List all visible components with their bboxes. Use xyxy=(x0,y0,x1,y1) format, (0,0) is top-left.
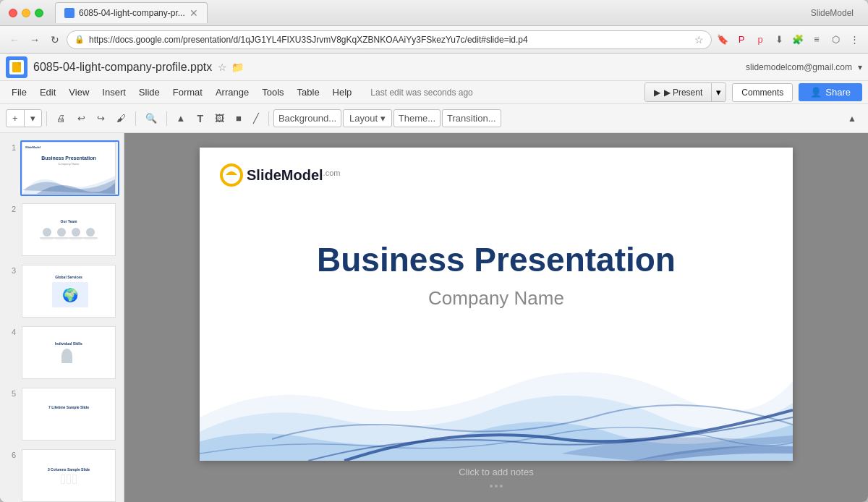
traffic-lights xyxy=(9,9,43,17)
collapse-toolbar-button[interactable]: ▲ xyxy=(842,111,862,127)
present-dropdown-button[interactable]: ▾ xyxy=(711,83,726,101)
user-email: slidemodelcom@gmail.com xyxy=(746,62,852,72)
notes-placeholder: Click to add notes xyxy=(459,467,533,477)
scroll-indicator xyxy=(490,485,503,488)
slide-number-5: 5 xyxy=(4,389,16,398)
star-icon[interactable]: ☆ xyxy=(694,34,704,46)
menu-format[interactable]: Format xyxy=(167,84,208,101)
slide-editor: SlideModel.com Business Presentation Com… xyxy=(124,133,868,502)
slide-thumbnail-1[interactable]: 1 SlideModel Business Presentation Compa… xyxy=(3,139,121,197)
shape-tool-button[interactable]: ■ xyxy=(231,109,247,127)
maximize-button[interactable] xyxy=(35,9,43,17)
comments-button[interactable]: Comments xyxy=(732,83,793,102)
add-slide-group: + ▾ xyxy=(6,109,42,127)
background-button[interactable]: Background... xyxy=(273,109,341,127)
slide-thumbnail-4[interactable]: 4 Individual Skills xyxy=(3,323,121,382)
menu-table[interactable]: Table xyxy=(292,84,326,101)
transition-button[interactable]: Transition... xyxy=(442,109,501,127)
tab-close-icon[interactable]: ✕ xyxy=(190,7,198,19)
logo-com-text: .com xyxy=(323,168,341,176)
theme-label: Theme... xyxy=(399,113,435,124)
slide-notes-area[interactable]: Click to add notes xyxy=(200,461,793,483)
menu-icon[interactable]: ⋮ xyxy=(846,32,862,48)
network-icon[interactable]: ⬡ xyxy=(827,32,843,48)
share-icon: 👤 xyxy=(810,87,822,98)
slide-thumb-canvas-4: Individual Skills xyxy=(20,325,119,380)
forward-button[interactable]: → xyxy=(26,31,43,48)
tab-title: 6085-04-light-company-pr... xyxy=(79,8,185,18)
undo-button[interactable]: ↩ xyxy=(72,109,90,127)
toolbar-separator-4 xyxy=(268,111,269,126)
print-button[interactable]: 🖨 xyxy=(51,109,71,127)
bookmark-icon[interactable]: 🔖 xyxy=(715,32,731,48)
line-tool-button[interactable]: ╱ xyxy=(248,109,264,127)
address-text: https://docs.google.com/presentation/d/1… xyxy=(89,35,690,45)
refresh-button[interactable]: ↻ xyxy=(46,31,64,48)
close-button[interactable] xyxy=(9,9,17,17)
minimize-button[interactable] xyxy=(22,9,30,17)
menu-file[interactable]: File xyxy=(6,84,33,101)
layers-icon[interactable]: ≡ xyxy=(809,32,825,48)
slide-number-4: 4 xyxy=(4,328,16,336)
tab-favicon xyxy=(64,8,75,18)
present-button[interactable]: ▶ ▶ Present xyxy=(645,84,712,101)
browser-tab[interactable]: 6085-04-light-company-pr... ✕ xyxy=(55,2,208,23)
menu-edit[interactable]: Edit xyxy=(34,84,61,101)
slides-panel: 1 SlideModel Business Presentation Compa… xyxy=(0,133,124,502)
menu-view[interactable]: View xyxy=(63,84,95,101)
menu-tools[interactable]: Tools xyxy=(256,84,289,101)
format-paint-button[interactable]: 🖌 xyxy=(111,109,131,127)
slide-thumb-canvas-1: SlideModel Business Presentation Company… xyxy=(20,140,119,196)
slide-thumb-canvas-3: Global Services 🌍 xyxy=(20,263,119,319)
menu-insert[interactable]: Insert xyxy=(96,84,132,101)
back-button[interactable]: ← xyxy=(6,31,23,48)
text-tool-button[interactable]: T xyxy=(192,109,208,128)
title-actions: ☆ 📁 xyxy=(218,61,244,73)
slide-thumbnail-6[interactable]: 6 3 Columns Sample Slide xyxy=(3,446,121,502)
menu-help[interactable]: Help xyxy=(327,84,358,101)
main-area: 1 SlideModel Business Presentation Compa… xyxy=(0,133,868,502)
download-icon[interactable]: ⬇ xyxy=(771,32,787,48)
browser-actions: 🔖 P p ⬇ 🧩 ≡ ⬡ ⋮ xyxy=(715,32,862,48)
logo-main-text: SlideModel xyxy=(247,167,323,183)
select-tool-button[interactable]: ▲ xyxy=(171,109,191,127)
share-button[interactable]: 👤 Share xyxy=(799,83,862,101)
app-name: SlideModel xyxy=(811,8,859,18)
slide-thumbnail-5[interactable]: 5 7 Lifetime Sample Slide xyxy=(3,385,121,443)
address-bar[interactable]: 🔒 https://docs.google.com/presentation/d… xyxy=(67,30,712,49)
theme-button[interactable]: Theme... xyxy=(393,109,441,127)
pocket-icon[interactable]: p xyxy=(752,32,768,48)
image-tool-button[interactable]: 🖼 xyxy=(210,109,229,127)
slide-thumbnail-3[interactable]: 3 Global Services 🌍 xyxy=(3,262,121,320)
menu-slide[interactable]: Slide xyxy=(133,84,166,101)
transition-label: Transition... xyxy=(447,113,495,124)
slide-thumb-canvas-5: 7 Lifetime Sample Slide xyxy=(20,386,119,442)
pinterest-icon[interactable]: P xyxy=(733,32,749,48)
user-area: slidemodelcom@gmail.com ▾ xyxy=(746,62,862,72)
wave-background xyxy=(200,251,793,461)
slide-thumbnail-2[interactable]: 2 Our Team xyxy=(3,200,121,259)
file-title: 6085-04-light-company-profile.pptx xyxy=(33,61,212,74)
toolbar-right: ▲ xyxy=(842,111,862,127)
slidemodel-logo-icon xyxy=(220,163,243,187)
google-slides-logo xyxy=(6,56,27,78)
star-file-icon[interactable]: ☆ xyxy=(218,61,227,73)
share-label: Share xyxy=(825,87,851,98)
slide-number-6: 6 xyxy=(4,451,16,459)
background-label: Background... xyxy=(278,113,336,124)
user-dropdown-icon[interactable]: ▾ xyxy=(858,62,862,72)
ssl-lock-icon: 🔒 xyxy=(75,35,85,44)
slide-thumb-canvas-2: Our Team xyxy=(20,202,119,258)
present-button-group: ▶ ▶ Present ▾ xyxy=(644,82,727,102)
browser-frame: 6085-04-light-company-pr... ✕ SlideModel… xyxy=(0,0,868,502)
layout-button[interactable]: Layout ▾ xyxy=(343,109,392,127)
add-slide-button[interactable]: + xyxy=(7,110,25,127)
zoom-button[interactable]: 🔍 xyxy=(140,109,162,127)
add-slide-dropdown[interactable]: ▾ xyxy=(25,110,41,127)
extension-icon[interactable]: 🧩 xyxy=(790,32,806,48)
browser-toolbar: ← → ↻ 🔒 https://docs.google.com/presenta… xyxy=(0,26,868,54)
menu-arrange[interactable]: Arrange xyxy=(210,84,255,101)
folder-icon[interactable]: 📁 xyxy=(231,61,244,73)
slide-canvas[interactable]: SlideModel.com Business Presentation Com… xyxy=(200,148,793,461)
redo-button[interactable]: ↪ xyxy=(92,109,110,127)
